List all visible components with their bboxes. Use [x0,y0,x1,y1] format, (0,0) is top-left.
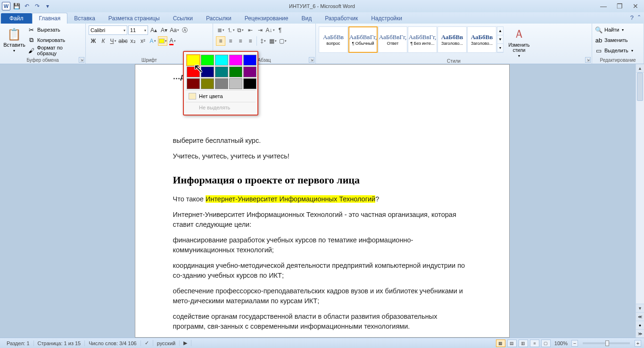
color-swatch-green[interactable] [201,55,214,66]
font-name-combo[interactable]: Calibri▾ [89,25,127,35]
change-case-button[interactable]: Aa [170,25,179,35]
scroll-up-button[interactable]: ▲ [636,64,644,73]
style-item[interactable]: АаБбВвГг,Ответ [378,26,407,53]
find-button[interactable]: 🔍Найти▾ [595,25,633,35]
status-words[interactable]: Число слов: 3/4 106 [85,340,141,346]
bold-button[interactable]: Ж [89,36,98,46]
draft-view-button[interactable]: ▢ [541,340,551,347]
color-swatch-red[interactable] [187,66,200,77]
change-styles-button[interactable]: Ａ Изменить стили ▾ [504,26,534,58]
qat-undo-icon[interactable]: ↶ [23,2,31,10]
qat-customize-icon[interactable]: ▾ [43,2,52,10]
minimize-ribbon-icon[interactable]: ⌃ [637,14,641,20]
copy-button[interactable]: ⧉Копировать [28,35,83,45]
multilevel-button[interactable]: ⧉ [236,25,245,35]
align-right-button[interactable]: ≡ [236,36,245,46]
style-item[interactable]: АаБбВвГг,¶ Без инте... [408,26,437,53]
restore-button[interactable]: ❐ [614,2,625,10]
bullets-button[interactable]: ≣ [216,25,225,35]
font-size-combo[interactable]: 11▾ [128,25,148,35]
status-spellcheck-icon[interactable]: ✓ [141,340,153,346]
color-swatch-blue[interactable] [243,55,256,66]
status-section[interactable]: Раздел: 1 [3,340,34,346]
print-layout-view-button[interactable]: ▦ [496,340,505,347]
next-page-button[interactable]: ≫ [636,329,644,338]
zoom-out-button[interactable]: − [571,340,578,347]
paste-button[interactable]: 📋 Вставить ▾ [3,25,26,56]
clipboard-launcher[interactable]: ⇲ [79,57,84,63]
paragraph-launcher[interactable]: ⇲ [309,57,314,63]
shrink-font-button[interactable]: A▾ [159,25,169,35]
style-scroll-down[interactable]: ▼ [497,35,503,44]
status-page[interactable]: Страница: 1 из 15 [34,340,85,346]
prev-page-button[interactable]: ≪ [636,312,644,321]
zoom-slider-handle[interactable] [605,340,609,346]
browse-object-button[interactable]: ● [636,321,644,329]
no-color-option[interactable]: Нет цвета [186,90,256,102]
status-macro-icon[interactable]: ▶ [180,340,191,346]
italic-button[interactable]: К [99,36,108,46]
outline-view-button[interactable]: ≡ [530,340,539,347]
tab-mailings[interactable]: Рассылки [199,13,238,24]
decrease-indent-button[interactable]: ⇤ [246,25,255,35]
style-item[interactable]: АаБбВввопрос [319,26,348,53]
tab-insert[interactable]: Вставка [67,13,102,24]
font-color-button[interactable]: A [168,36,177,46]
justify-button[interactable]: ≡ [246,36,255,46]
clear-formatting-button[interactable]: Ⓐ [180,25,190,35]
color-swatch-olive[interactable] [201,78,214,89]
show-marks-button[interactable]: ¶ [275,25,285,35]
align-center-button[interactable]: ≡ [226,36,235,46]
fullscreen-reading-view-button[interactable]: ▤ [507,340,517,347]
styles-launcher[interactable]: ⇲ [585,57,591,63]
zoom-slider[interactable] [583,342,630,344]
scroll-thumb[interactable] [637,73,643,101]
close-button[interactable]: ✕ [630,2,641,10]
style-item[interactable]: АаБбВвГг,¶ Обычный [348,26,378,53]
align-left-button[interactable]: ≡ [216,36,225,46]
tab-references[interactable]: Ссылки [166,13,199,24]
format-painter-button[interactable]: 🖌Формат по образцу [28,45,83,56]
help-icon[interactable]: ? [630,14,634,21]
numbering-button[interactable]: ⒈ [226,25,235,35]
scroll-down-button[interactable]: ▼ [636,304,644,312]
color-swatch-black[interactable] [243,78,256,89]
borders-button[interactable]: ▢ [278,36,288,46]
tab-home[interactable]: Главная [32,13,68,24]
subscript-button[interactable]: x₂ [128,36,138,46]
sort-button[interactable]: A↓ [265,25,275,35]
style-item[interactable]: АаБбВвЗаголово... [438,26,467,53]
file-tab[interactable]: Файл [1,13,32,24]
zoom-level[interactable]: 100% [554,340,568,346]
line-spacing-button[interactable]: ‡ [258,36,268,46]
tab-addins[interactable]: Надстройки [364,13,409,24]
strike-button[interactable]: abc [118,36,128,46]
status-language[interactable]: русский [153,340,180,346]
style-item[interactable]: АаБбВвЗаголово... [467,26,496,53]
word-icon[interactable]: W [2,2,10,10]
color-swatch-magenta[interactable] [229,55,242,66]
color-swatch-gray[interactable] [215,78,228,89]
tab-layout[interactable]: Разметка страницы [102,13,166,24]
cut-button[interactable]: ✂Вырезать [28,25,83,35]
style-scroll-up[interactable]: ▲ [497,27,503,35]
color-swatch-cyan[interactable] [215,55,228,66]
qat-redo-icon[interactable]: ↷ [33,2,41,10]
zoom-in-button[interactable]: + [635,340,641,347]
increase-indent-button[interactable]: ⇥ [256,25,265,35]
color-swatch-maroon[interactable] [187,78,200,89]
grow-font-button[interactable]: A▴ [149,25,158,35]
tab-review[interactable]: Рецензирование [238,13,295,24]
color-swatch-yellow[interactable] [187,55,200,66]
color-swatch-teal[interactable] [215,66,228,77]
shading-button[interactable]: ▦ [268,36,278,46]
tab-view[interactable]: Вид [295,13,318,24]
color-swatch-purple[interactable] [243,66,256,77]
highlight-button[interactable] [158,36,167,46]
superscript-button[interactable]: x² [138,36,148,46]
select-button[interactable]: ▭Выделить▾ [595,45,633,56]
color-swatch-silver[interactable] [229,78,242,89]
tab-developer[interactable]: Разработчик [318,13,364,24]
underline-button[interactable]: Ч [108,36,118,46]
replace-button[interactable]: abЗаменить [595,35,633,45]
